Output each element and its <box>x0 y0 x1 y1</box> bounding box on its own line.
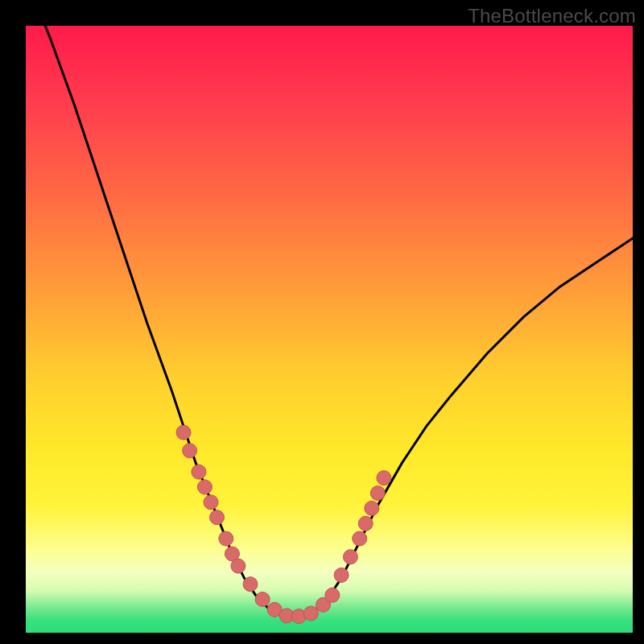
marker-dot <box>183 444 197 458</box>
marker-dot <box>343 550 357 564</box>
marker-dot <box>334 568 349 582</box>
chart-svg <box>26 26 633 633</box>
marker-dot <box>197 480 212 494</box>
marker-dots <box>176 425 391 623</box>
curve-path <box>26 26 633 617</box>
marker-dot <box>243 577 258 592</box>
marker-dot <box>204 495 218 510</box>
marker-dot <box>365 501 379 515</box>
marker-dot <box>377 471 391 485</box>
marker-dot <box>231 559 246 573</box>
marker-dot <box>353 531 367 546</box>
marker-dot <box>358 516 373 530</box>
marker-dot <box>210 510 225 525</box>
watermark-text: TheBottleneck.com <box>468 5 636 27</box>
marker-dot <box>325 588 340 602</box>
marker-dot <box>303 606 318 621</box>
curve-line <box>26 26 633 617</box>
marker-dot <box>255 592 270 607</box>
marker-dot <box>192 464 206 479</box>
marker-dot <box>219 531 233 546</box>
outer-frame: TheBottleneck.com <box>0 0 644 644</box>
plot-area <box>26 26 633 633</box>
marker-dot <box>370 486 385 501</box>
marker-dot <box>176 425 191 440</box>
